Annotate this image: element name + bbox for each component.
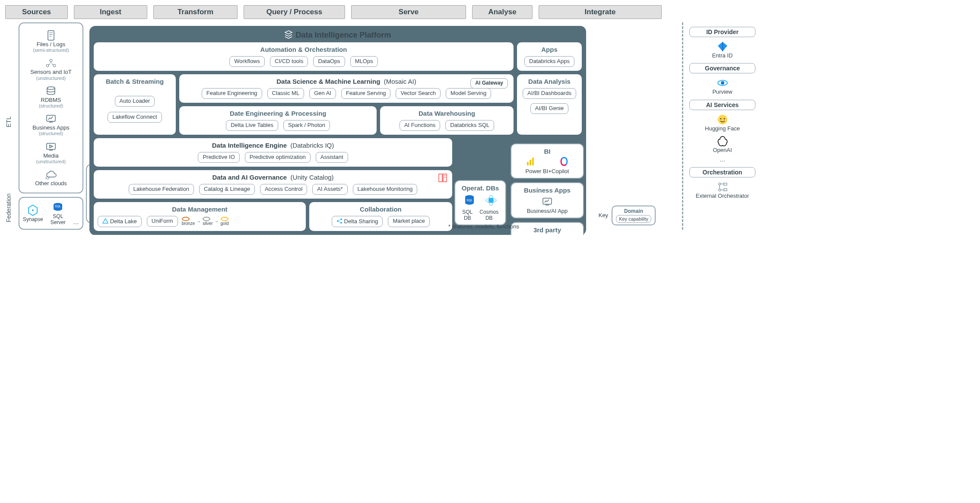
pill-aibi-dash: AI/BI Dashboards bbox=[523, 88, 576, 99]
dwh-title: Data Warehousing bbox=[383, 110, 511, 117]
pill-orch-2: DataOps bbox=[313, 56, 345, 67]
fed-more: … bbox=[73, 218, 79, 225]
sources-panel: Files / Logs(semi-structured)Sensors and… bbox=[19, 22, 83, 193]
die-panel: Data Intelligence Engine (Databricks IQ)… bbox=[94, 138, 452, 167]
bapps-panel: Business Apps Business/AI App bbox=[511, 182, 584, 218]
source-0: Files / Logs(semi-structured) bbox=[21, 29, 81, 53]
key-capability: Key capability bbox=[616, 215, 651, 223]
label-etl: ETL bbox=[5, 74, 16, 169]
fed-synapse: Synapse bbox=[23, 216, 43, 222]
svg-point-25 bbox=[718, 189, 720, 191]
bapps-label: Business/AI App bbox=[515, 208, 580, 214]
col-sources: Sources bbox=[5, 5, 68, 19]
integ-head-1: Governance bbox=[689, 63, 755, 73]
pill-die-2: Assistant bbox=[316, 152, 348, 163]
analysis-title: Data Analysis bbox=[520, 78, 579, 85]
cosmosdb-icon bbox=[485, 194, 497, 206]
integ-head-2: AI Services bbox=[689, 100, 755, 110]
pill-uniform: UniForm bbox=[147, 216, 178, 227]
apps-panel: Apps Databricks Apps bbox=[517, 42, 582, 71]
source-2: RDBMS(structured) bbox=[21, 85, 81, 108]
media-icon bbox=[45, 141, 57, 153]
svg-rect-27 bbox=[724, 189, 727, 191]
svg-rect-41 bbox=[530, 160, 531, 165]
integ-head-0: ID Provider bbox=[689, 27, 755, 37]
svg-point-22 bbox=[720, 118, 721, 119]
collab-panel: Collaboration Delta Sharing Market place bbox=[309, 202, 452, 231]
pill-orch-3: MLOps bbox=[350, 56, 378, 67]
source-5: Other clouds bbox=[21, 168, 81, 187]
col-integrate: Integrate bbox=[539, 5, 662, 19]
collab-title: Collaboration bbox=[312, 206, 450, 213]
fed-sqlserver: SQL Server bbox=[51, 213, 66, 225]
svg-point-20 bbox=[721, 81, 724, 85]
svg-rect-26 bbox=[724, 183, 727, 185]
orch-title: Automation & Orchestration bbox=[96, 46, 511, 53]
source-3: Business Apps(structured) bbox=[21, 113, 81, 136]
catalog-icon bbox=[438, 173, 448, 183]
pill-gov-0: Lakehouse Federation bbox=[129, 184, 194, 195]
bapps-icon bbox=[541, 196, 553, 208]
integ-item-2-1: OpenAI bbox=[689, 135, 755, 153]
copilot-icon bbox=[559, 157, 569, 166]
bapps-title: Business Apps bbox=[515, 187, 580, 194]
pill-marketplace: Market place bbox=[388, 216, 429, 227]
pill-orch-1: CI/CD tools bbox=[270, 56, 308, 67]
dwh-panel: Data Warehousing AI FunctionsDatabricks … bbox=[380, 106, 514, 135]
key-label: Key bbox=[599, 212, 608, 218]
medallion: bronze→ silver→ gold bbox=[182, 217, 229, 226]
die-title: Data Intelligence Engine bbox=[212, 142, 287, 149]
pill-gov-3: AI Assets* bbox=[312, 184, 347, 195]
powerbi-icon bbox=[526, 157, 535, 166]
label-federation: Federation bbox=[5, 187, 16, 230]
purview-icon bbox=[717, 77, 729, 89]
dmgmt-panel: Data Management Delta Lake UniForm bronz… bbox=[94, 202, 306, 231]
source-4: Media(unstructured) bbox=[21, 141, 81, 164]
app-icon bbox=[45, 113, 57, 125]
integ-head-3: Orchestration bbox=[689, 167, 755, 177]
pill-dsml-2: Gen AI bbox=[309, 88, 336, 99]
orchestration-panel: Automation & Orchestration WorkflowsCI/C… bbox=[94, 42, 514, 71]
svg-point-21 bbox=[718, 115, 727, 124]
pill-dsml-4: Vector Search bbox=[396, 88, 441, 99]
svg-point-32 bbox=[337, 220, 339, 222]
entra-icon bbox=[717, 41, 729, 53]
svg-point-7 bbox=[46, 177, 49, 179]
orch-icon bbox=[717, 181, 729, 193]
pill-dlt: Delta Live Tables bbox=[226, 120, 278, 131]
platform-icon bbox=[284, 30, 293, 39]
col-transform: Transform bbox=[153, 5, 238, 19]
svg-point-34 bbox=[340, 222, 342, 224]
svg-point-33 bbox=[340, 218, 342, 220]
pill-databricks-apps: Databricks Apps bbox=[524, 56, 574, 67]
deng-title: Date Engineering & Processing bbox=[182, 110, 374, 117]
serve-panel: Operat. DBs SQL SQL DBCosmos DB bbox=[454, 180, 506, 225]
gov-title: Data and AI Governance bbox=[212, 174, 287, 181]
die-parens: (Databricks IQ) bbox=[290, 142, 334, 149]
batch-title: Batch & Streaming bbox=[96, 78, 173, 85]
platform-title: Data Intelligence Platform bbox=[94, 30, 582, 40]
integ-item-2-2: … bbox=[689, 157, 755, 163]
sqldb-icon: SQL bbox=[463, 194, 476, 206]
pill-die-1: Predictive optimization bbox=[245, 152, 311, 163]
deng-panel: Date Engineering & Processing Delta Live… bbox=[179, 106, 377, 135]
pill-aibi-genie: AI/BI Genie bbox=[530, 103, 568, 114]
sharing-icon bbox=[336, 218, 343, 224]
col-serve: Serve bbox=[351, 5, 466, 19]
pill-orch-0: Workflows bbox=[229, 56, 265, 67]
col-ingest: Ingest bbox=[74, 5, 147, 19]
pill-gov-4: Lakehouse Monitoring bbox=[353, 184, 418, 195]
apps-title: Apps bbox=[520, 46, 579, 53]
pill-dbsql: Databricks SQL bbox=[445, 120, 494, 131]
svg-text:SQL: SQL bbox=[55, 205, 61, 208]
serve-cosmos: Cosmos DB bbox=[476, 209, 502, 221]
pill-auto-loader: Auto Loader bbox=[115, 96, 155, 107]
integ-item-1-0: Purview bbox=[689, 77, 755, 95]
col-query: Query / Process bbox=[244, 5, 345, 19]
dmgmt-title: Data Management bbox=[96, 206, 303, 213]
pill-gov-1: Catalog & Lineage bbox=[199, 184, 255, 195]
key-domain: Domain bbox=[616, 208, 651, 214]
pill-dsml-1: Classic ML bbox=[267, 88, 304, 99]
svg-point-23 bbox=[723, 118, 725, 119]
synapse-icon bbox=[27, 204, 39, 216]
